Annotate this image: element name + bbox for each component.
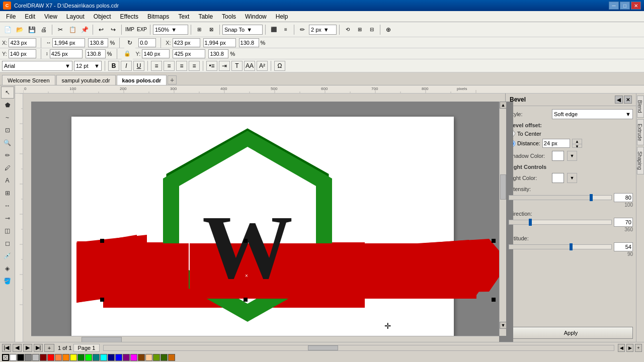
add-tab-button[interactable]: + [168,75,177,84]
zoom-dropdown[interactable]: 150% ▼ [153,25,188,35]
bullets-btn[interactable]: •≡ [206,61,217,71]
xp2-input[interactable] [239,38,259,47]
tab-kaos[interactable]: kaos polos.cdr [117,75,167,85]
x2-input[interactable] [173,38,200,47]
shadow-color-swatch[interactable] [552,151,564,161]
h-input[interactable] [50,49,83,58]
menu-edit[interactable]: Edit [21,12,39,21]
color-teal[interactable] [93,354,100,361]
indent-btn[interactable]: ⇥ [219,61,230,71]
color-orange[interactable] [62,354,69,361]
h-scroll-thumb[interactable] [308,345,338,350]
menu-text[interactable]: Text [174,12,193,21]
lock-btn[interactable]: 🔒 [122,48,133,59]
align-left-btn[interactable]: ≡ [151,61,162,71]
menu-table[interactable]: Table [194,12,217,21]
direction-value-input[interactable] [614,218,633,227]
distribute-button[interactable]: ≡ [280,24,291,35]
underline-button[interactable]: U [133,61,144,71]
color-black[interactable] [17,354,24,361]
page-last-btn[interactable]: ▶| [34,344,43,352]
new-button[interactable]: 📄 [2,24,13,35]
ypct-input[interactable] [86,49,106,58]
color-green[interactable] [85,354,92,361]
table-tool[interactable]: ⊞ [1,187,14,199]
distance-spinner[interactable]: ▲ ▼ [572,139,582,148]
no-color-swatch[interactable]: ✕ [2,354,9,361]
panel-close-btn[interactable]: ✕ [624,96,632,104]
transparency-tool[interactable]: ◻ [1,237,14,249]
altitude-value-input[interactable] [614,242,633,251]
script-btn[interactable]: A² [257,61,268,71]
color-yellow[interactable] [70,354,77,361]
menu-effects[interactable]: Effects [116,12,142,21]
text-tool[interactable]: A [1,174,14,187]
intensity-track[interactable] [509,195,612,200]
altitude-thumb[interactable] [570,243,573,250]
rotate-btn[interactable]: ↻ [124,37,135,48]
redo-button[interactable]: ↪ [108,24,119,35]
snap-btn[interactable]: ⊠ [206,24,217,35]
dist-down[interactable]: ▼ [573,144,582,149]
drop-shadow-tool[interactable]: ◫ [1,225,14,237]
freehand-tool[interactable]: ✏ [1,149,14,161]
font-dropdown[interactable]: Arial ▼ [2,61,72,71]
color-white[interactable] [10,354,17,361]
light-color-dropdown[interactable]: ▼ [567,173,577,183]
color-peach[interactable] [145,354,152,361]
save-button[interactable]: 💾 [26,24,37,35]
paste-button[interactable]: 📌 [79,24,90,35]
h2-input[interactable] [173,49,205,58]
connector-tool[interactable]: ⊸ [1,212,14,224]
menu-file[interactable]: File [2,12,20,21]
align-right-btn[interactable]: ≡ [176,61,187,71]
intensity-value-input[interactable] [614,193,633,202]
xpct-input[interactable] [88,38,108,47]
close-button[interactable]: ✕ [631,2,641,10]
color-brown[interactable] [138,354,145,361]
selector-tool[interactable]: ↖ [1,86,14,99]
altitude-track[interactable] [509,244,612,249]
smart-fill[interactable]: 🪣 [1,275,14,287]
color-magenta[interactable] [130,354,137,361]
apply-button[interactable]: Apply [509,327,633,339]
color-silver[interactable] [32,354,39,361]
scroll-thumb-h[interactable] [82,337,122,342]
page-prev-btn[interactable]: ◀ [13,344,22,352]
shadow-color-dropdown[interactable]: ▼ [567,151,577,161]
minimize-button[interactable]: ─ [609,2,619,10]
align-justify-btn[interactable]: ≡ [189,61,200,71]
dimension-tool[interactable]: ↔ [1,200,14,212]
color-blue[interactable] [115,354,122,361]
scroll-thumb-v[interactable] [500,174,506,200]
align-center-btn[interactable]: ≡ [164,61,175,71]
scrollbar-v[interactable]: ▲ ▼ [499,102,506,336]
export-button[interactable]: EXP [136,24,147,35]
canvas-container[interactable]: W ✛ × [31,102,513,342]
y2-input[interactable] [142,49,170,58]
shaping-tab[interactable]: Shaping [637,147,644,174]
color-red[interactable] [47,354,54,361]
shape-tool[interactable]: ⬟ [1,99,14,111]
transform-button[interactable]: ⟲ [342,24,353,35]
h-scroll-right[interactable]: ▶ [626,344,633,352]
maximize-button[interactable]: □ [620,2,630,10]
color-gray[interactable] [25,354,32,361]
align-button[interactable]: ⬛ [268,24,279,35]
menu-help[interactable]: Help [272,12,292,21]
more-text-btn[interactable]: T [231,61,243,71]
direction-track[interactable] [509,220,612,225]
menu-layout[interactable]: Layout [62,12,89,21]
color-sienna[interactable] [168,354,175,361]
color-darkgreen[interactable] [77,354,85,361]
style-dropdown[interactable]: Soft edge ▼ [552,109,633,119]
undo-button[interactable]: ↩ [96,24,107,35]
zoom-tool[interactable]: 🔍 [1,137,14,149]
pen-tool[interactable]: 🖊 [1,162,14,174]
y-input[interactable] [9,49,36,58]
page-first-btn[interactable]: |◀ [2,344,11,352]
page-new-btn[interactable]: + [44,344,54,352]
smear-tool[interactable]: ~ [1,112,14,124]
light-color-swatch[interactable] [552,173,564,183]
import-button[interactable]: IMP [124,24,135,35]
